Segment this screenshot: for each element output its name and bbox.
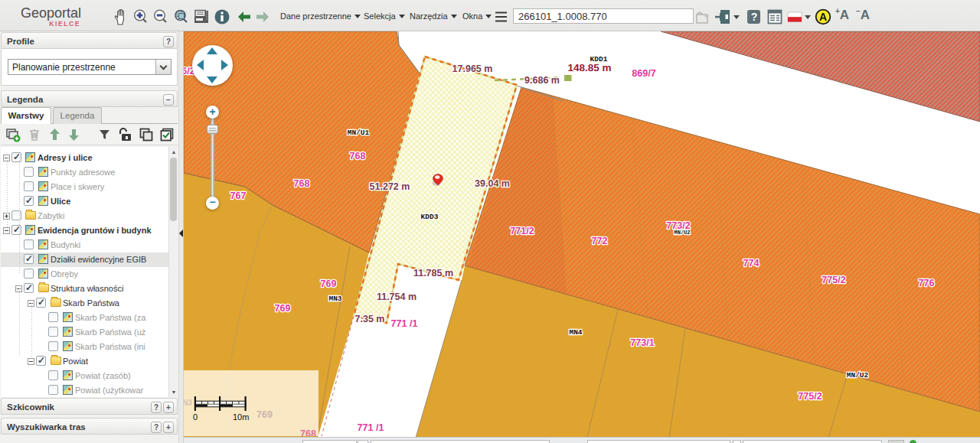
svg-text:771 /1: 771 /1 (358, 422, 384, 433)
svg-text:KDD3: KDD3 (421, 213, 439, 221)
svg-text:768: 768 (294, 178, 310, 189)
svg-text:775/2: 775/2 (822, 275, 845, 285)
svg-text:771 /1: 771 /1 (391, 318, 418, 329)
svg-text:?: ? (751, 11, 758, 23)
svg-text:N3: N3 (184, 399, 192, 407)
svg-text:KDD1: KDD1 (590, 55, 608, 64)
svg-text:MN/U2: MN/U2 (847, 371, 869, 379)
svg-text:771/2: 771/2 (510, 226, 534, 236)
svg-text:39.04 m: 39.04 m (475, 178, 510, 189)
svg-text:17.965 m: 17.965 m (452, 64, 493, 74)
svg-text:772: 772 (592, 236, 608, 246)
svg-text:A: A (819, 11, 827, 23)
svg-text:773/1: 773/1 (630, 337, 654, 348)
svg-text:776: 776 (919, 278, 935, 288)
svg-text:11.785 m: 11.785 m (413, 268, 453, 279)
svg-text:774: 774 (743, 258, 760, 269)
svg-text:0: 0 (193, 412, 198, 422)
svg-text:775/2: 775/2 (798, 391, 822, 402)
svg-text:10m: 10m (233, 412, 249, 422)
svg-text:11.754 m: 11.754 m (377, 292, 416, 302)
svg-text:MN/U1: MN/U1 (348, 129, 370, 137)
svg-text:767: 767 (230, 191, 247, 201)
svg-text:7.35 m: 7.35 m (355, 314, 385, 324)
svg-text:51.272 m: 51.272 m (370, 181, 410, 192)
svg-text:MN4: MN4 (569, 328, 582, 337)
svg-text:769: 769 (275, 303, 291, 314)
svg-text:MN3: MN3 (328, 295, 341, 303)
svg-text:768: 768 (350, 151, 366, 161)
svg-text:MN/U2: MN/U2 (674, 230, 690, 236)
svg-text:869/7: 869/7 (632, 68, 655, 79)
svg-text:148.85 m: 148.85 m (567, 62, 611, 73)
svg-text:768: 768 (300, 428, 316, 436)
svg-text:9.686 m: 9.686 m (524, 75, 560, 86)
svg-text:769: 769 (256, 409, 273, 420)
svg-text:769: 769 (321, 279, 337, 289)
